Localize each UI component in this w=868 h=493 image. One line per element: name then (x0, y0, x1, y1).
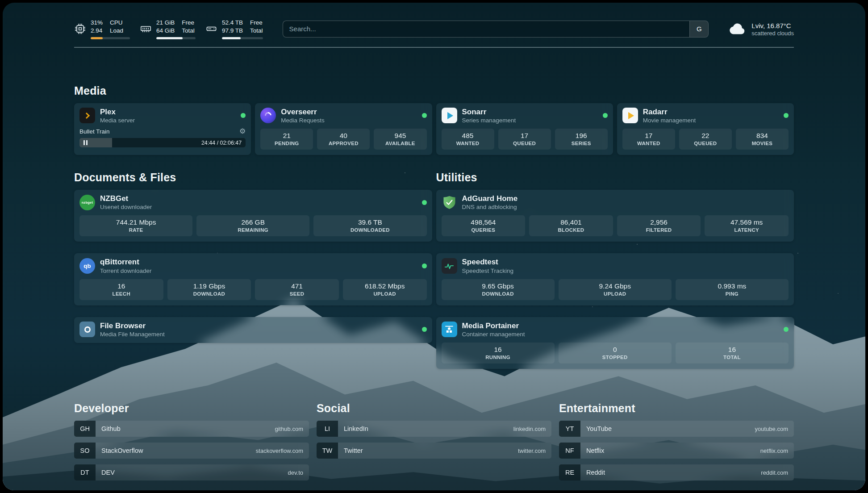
disk-total: 97.9 TB (222, 27, 243, 35)
stat-label: QUEUED (500, 141, 549, 146)
developer-section: Developer GH Github github.com SO StackO… (74, 402, 309, 486)
service-name: NZBGet (100, 194, 152, 203)
qbittorrent-card[interactable]: qb qBittorrent Torrent downloader 16 LEE… (74, 253, 432, 305)
bookmark-url: youtube.com (755, 426, 794, 432)
bookmark-stackoverflow[interactable]: SO StackOverflow stackoverflow.com (74, 443, 309, 459)
radarr-card[interactable]: Radarr Movie management 17 WANTED 22 QUE… (617, 103, 794, 155)
service-name: Sonarr (462, 108, 516, 117)
stat-label: FILTERED (619, 227, 699, 233)
nzbget-icon: nzbget (79, 195, 95, 210)
bookmark-url: twitter.com (518, 447, 551, 454)
sonarr-card[interactable]: Sonarr Series management 485 WANTED 17 Q… (436, 103, 613, 155)
stat-value: 498,564 (443, 218, 524, 226)
stat-value: 21 (262, 132, 311, 140)
stat-value: 16 (81, 282, 162, 290)
stat: 86,401 BLOCKED (529, 215, 613, 236)
bookmark-abbr: LI (317, 421, 338, 437)
stat-value: 945 (376, 132, 425, 140)
stat: 744.21 Mbps RATE (79, 215, 192, 236)
nzbget-card[interactable]: nzbget NZBGet Usenet downloader 744.21 M… (74, 190, 432, 242)
bookmark-linkedin[interactable]: LI LinkedIn linkedin.com (317, 421, 551, 437)
service-name: File Browser (100, 322, 165, 330)
stat: 16 RUNNING (442, 343, 555, 363)
adguard-card[interactable]: AdGuard Home DNS and adblocking 498,564 … (436, 190, 794, 242)
stat-value: 196 (557, 132, 606, 140)
search-input[interactable] (283, 21, 690, 37)
bookmark-dev[interactable]: DT DEV dev.to (74, 464, 309, 480)
bookmark-url: stackoverflow.com (256, 447, 309, 454)
stat: 39.6 TB DOWNLOADED (313, 215, 426, 236)
stat-label: WANTED (624, 141, 673, 146)
adguard-icon (442, 195, 457, 210)
bookmark-github[interactable]: GH Github github.com (74, 421, 309, 437)
gear-icon[interactable]: ⚙ (239, 128, 246, 135)
status-dot (784, 113, 789, 118)
stat-value: 16 (677, 346, 787, 354)
overseerr-icon (260, 108, 276, 123)
filebrowser-card[interactable]: File Browser Media File Management (74, 317, 432, 343)
bookmark-name: YouTube (580, 425, 612, 432)
stat-value: 744.21 Mbps (81, 218, 191, 226)
bookmark-abbr: YT (559, 421, 580, 437)
stat-value: 2,956 (619, 218, 699, 226)
service-description: Media Requests (281, 117, 325, 124)
stat-value: 471 (257, 282, 337, 290)
stat-value: 39.6 TB (315, 218, 425, 226)
cpu-widget: 31% 2.94 CPU Load (74, 19, 130, 39)
entertainment-section: Entertainment YT YouTube youtube.com NF … (559, 402, 794, 486)
ram-icon (140, 23, 152, 35)
search-provider-button[interactable]: G (689, 21, 708, 37)
disk-free: 52.4 TB (222, 19, 243, 27)
bookmark-reddit[interactable]: RE Reddit reddit.com (559, 464, 794, 480)
status-dot (784, 327, 789, 332)
bookmark-netflix[interactable]: NF Netflix netflix.com (559, 443, 794, 459)
stat-label: STOPPED (560, 355, 670, 360)
chip-icon (74, 23, 86, 35)
stat-value: 0 (560, 346, 670, 354)
memory-widget: 21 GiB 64 GiB Free Total (140, 19, 196, 39)
stat: 17 QUEUED (498, 129, 551, 150)
portainer-card[interactable]: Media Portainer Container management 16 … (436, 317, 794, 369)
cpu-load-label: Load (110, 27, 123, 35)
memory-bar-fill (156, 37, 183, 39)
stat-value: 17 (624, 132, 673, 140)
stat: 9.24 Gbps UPLOAD (559, 279, 672, 300)
top-bar: 31% 2.94 CPU Load (74, 19, 794, 39)
stat: 266 GB REMAINING (196, 215, 309, 236)
stat: 471 SEED (255, 279, 339, 300)
overseerr-card[interactable]: Overseerr Media Requests 21 PENDING 40 A… (255, 103, 432, 155)
memory-bar (156, 37, 196, 39)
stat-label: DOWNLOADED (315, 227, 425, 233)
bookmark-youtube[interactable]: YT YouTube youtube.com (559, 421, 794, 437)
stat-label: AVAILABLE (376, 141, 425, 146)
status-dot (603, 113, 608, 118)
bookmark-abbr: SO (74, 443, 96, 459)
stat-value: 834 (738, 132, 787, 140)
stat-label: SEED (257, 291, 337, 297)
utilities-section: Utilities (436, 171, 794, 369)
plex-progress-bar[interactable]: 24:44 / 02:06:47 (79, 138, 246, 147)
plex-card[interactable]: Plex Media server Bullet Train ⚙ 24:44 /… (74, 103, 251, 155)
pause-icon[interactable] (83, 140, 88, 145)
stat-value: 1.19 Gbps (169, 282, 250, 290)
stat-label: RUNNING (443, 355, 553, 360)
status-dot (422, 263, 427, 268)
portainer-icon (442, 322, 457, 337)
cpu-load: 2.94 (91, 27, 103, 35)
bookmark-twitter[interactable]: TW Twitter twitter.com (317, 443, 551, 459)
disk-free-label: Free (250, 19, 263, 27)
speedtest-card[interactable]: Speedtest Speedtest Tracking 9.65 Gbps D… (436, 253, 794, 305)
stat: 16 TOTAL (676, 343, 789, 363)
service-description: Speedtest Tracking (462, 267, 514, 274)
stat: 0.993 ms PING (676, 279, 789, 300)
stat-value: 17 (500, 132, 549, 140)
status-dot (422, 327, 427, 332)
bookmark-name: StackOverflow (96, 447, 143, 454)
drive-icon (205, 23, 217, 35)
bookmark-abbr: GH (74, 421, 96, 437)
stat-label: UPLOAD (345, 291, 425, 297)
cpu-percent-label: CPU (110, 19, 123, 27)
memory-free: 21 GiB (156, 19, 175, 27)
service-description: Container management (462, 331, 525, 338)
social-section: Social LI LinkedIn linkedin.com TW Twitt… (317, 402, 551, 486)
